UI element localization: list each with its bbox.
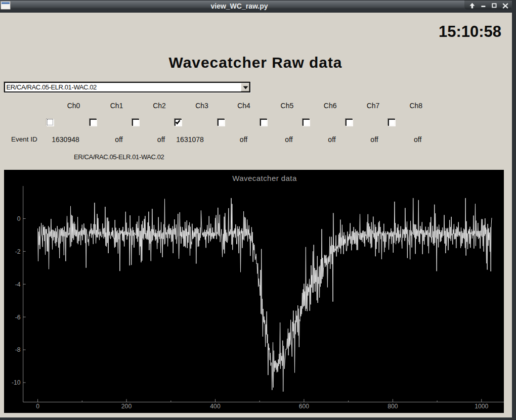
svg-text:1000: 1000 xyxy=(475,403,488,410)
svg-text:0: 0 xyxy=(36,403,39,410)
svg-text:-10: -10 xyxy=(12,379,21,386)
svg-text:600: 600 xyxy=(299,403,310,410)
svg-text:800: 800 xyxy=(388,403,398,410)
svg-text:-2: -2 xyxy=(15,248,21,255)
svg-text:-8: -8 xyxy=(15,346,21,353)
svg-text:0: 0 xyxy=(17,215,21,222)
svg-text:Wavecatcher data: Wavecatcher data xyxy=(232,174,297,182)
svg-text:-4: -4 xyxy=(15,281,21,288)
svg-text:200: 200 xyxy=(121,403,132,410)
svg-text:400: 400 xyxy=(210,403,221,410)
svg-text:-6: -6 xyxy=(15,314,21,321)
